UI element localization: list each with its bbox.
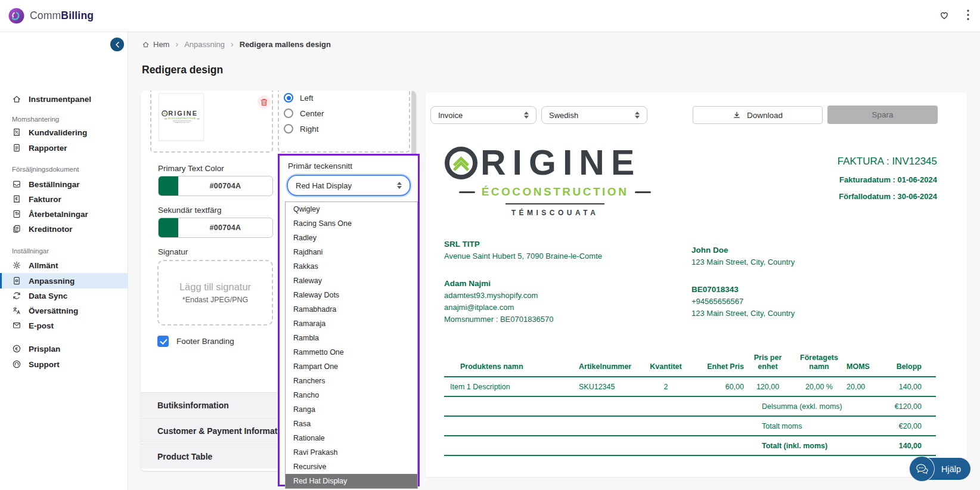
sidebar-section-forsaljningsdokument: Försäljningsdokument — [12, 166, 79, 173]
font-option[interactable]: Ranchers — [286, 374, 417, 388]
font-option[interactable]: Raleway — [286, 274, 417, 288]
trash-icon — [260, 98, 268, 106]
seller-vat: Momsnummer : BE0701836570 — [444, 315, 602, 324]
secondary-color-input[interactable]: #00704A — [158, 218, 273, 238]
top-header: CommBilling — [0, 0, 980, 32]
sidebar-item-kundvalidering[interactable]: Kundvalidering — [0, 125, 128, 140]
chat-icon — [909, 456, 935, 482]
secondary-color-swatch[interactable] — [159, 218, 178, 237]
sidebar-item-support[interactable]: Support — [0, 356, 128, 372]
radio-center[interactable] — [284, 108, 293, 118]
product-table: Produktens namn Artikelnummer Kvantitet … — [444, 353, 936, 456]
table-divider — [444, 455, 936, 456]
font-option[interactable]: Recursive — [286, 460, 417, 474]
primary-color-swatch[interactable] — [159, 176, 178, 196]
font-option[interactable]: Rasa — [286, 417, 417, 431]
mail-icon — [12, 321, 21, 330]
font-option[interactable]: Raleway Dots — [286, 288, 417, 302]
align-center-option[interactable]: Center — [284, 108, 324, 118]
more-menu-icon[interactable] — [967, 10, 969, 20]
breadcrumb-anpassning[interactable]: Anpassning — [184, 40, 225, 49]
font-picker-panel: Primär teckensnitt Red Hat Display Qwigl… — [278, 154, 420, 486]
sidebar-collapse-button[interactable] — [110, 38, 124, 51]
uploaded-logo-thumbnail[interactable]: RIGINE ÉCOCONSTRUCTION TÉMISCOUATA — [159, 93, 204, 141]
sidebar-item-fakturor[interactable]: Fakturor — [0, 191, 128, 207]
align-left-option[interactable]: Left — [284, 93, 314, 103]
radio-right[interactable] — [284, 124, 293, 134]
footer-branding-checkbox[interactable] — [157, 336, 169, 347]
signature-label: Signatur — [158, 247, 188, 256]
document-type-select[interactable]: Invoice — [430, 106, 536, 124]
font-option[interactable]: Rationale — [286, 431, 417, 445]
sidebar-item-allmant[interactable]: Allmänt — [0, 258, 128, 273]
sidebar-section-momshantering: Momshantering — [12, 116, 59, 123]
table-divider — [444, 435, 936, 436]
breadcrumb: Hem › Anpassning › Redigera mallens desi… — [142, 39, 331, 49]
sidebar-item-kreditnotor[interactable]: Kreditnotor — [0, 221, 128, 237]
sync-icon — [12, 291, 21, 300]
origine-logo-small: RIGINE ÉCOCONSTRUCTION TÉMISCOUATA — [162, 110, 203, 123]
font-option[interactable]: Ranga — [286, 402, 417, 417]
radio-left[interactable] — [284, 93, 293, 103]
font-select[interactable]: Red Hat Display — [287, 175, 411, 196]
font-option[interactable]: Rajdhani — [286, 245, 417, 259]
download-button[interactable]: Download — [693, 106, 823, 124]
font-option[interactable]: Rambla — [286, 331, 417, 345]
font-option[interactable]: Radley — [286, 231, 417, 245]
logo-dash — [459, 191, 475, 193]
font-option[interactable]: Ramaraja — [286, 317, 417, 331]
delete-logo-button[interactable] — [258, 95, 271, 108]
select-arrows-icon — [635, 111, 640, 119]
origine-o-icon — [162, 110, 168, 117]
breadcrumb-home[interactable]: Hem — [142, 40, 169, 49]
font-option-selected[interactable]: Red Hat Display — [286, 474, 417, 488]
seller-company: SRL TITP — [444, 240, 602, 249]
seller-website: adamtest93.myshopify.com — [444, 291, 602, 300]
app-window: CommBilling Instrumentpanel Momshanterin… — [0, 0, 980, 490]
sidebar-section-installningar: Inställningar — [12, 247, 49, 255]
align-right-option[interactable]: Right — [284, 124, 319, 134]
editor-scrollbar-thumb[interactable] — [411, 91, 416, 157]
save-button[interactable]: Spara — [827, 106, 938, 124]
font-option[interactable]: Rammetto One — [286, 345, 417, 359]
primary-color-input[interactable]: #00704A — [158, 176, 273, 196]
help-label: Hjälp — [941, 464, 961, 474]
font-option[interactable]: Rampart One — [286, 359, 417, 374]
help-button[interactable]: Hjälp — [911, 458, 970, 480]
origine-logo: RIGINE ÉCOCONSTRUCTION TÉMISCOUATA — [444, 146, 666, 217]
sidebar-item-prisplan[interactable]: Prisplan — [0, 341, 128, 356]
sidebar-item-aterbetalningar[interactable]: Återbetalningar — [0, 206, 128, 222]
invoice-header-block: FAKTURA : INV12345 Fakturadatum : 01-06-… — [838, 156, 937, 201]
font-option[interactable]: Racing Sans One — [286, 216, 417, 231]
origine-o-icon — [444, 146, 478, 180]
orders-icon — [12, 179, 21, 189]
sidebar-item-bestallningar[interactable]: Beställningar — [0, 176, 128, 192]
customize-icon — [12, 276, 21, 286]
sidebar-item-anpassning[interactable]: Anpassning — [0, 273, 128, 289]
language-select[interactable]: Swedish — [541, 106, 647, 124]
subtotal-row: Delsumma (exkl. moms) €120,00 — [444, 402, 936, 411]
customer-vat: BE07018343 — [691, 285, 795, 294]
sidebar-item-data-sync[interactable]: Data Sync — [0, 288, 128, 303]
font-option[interactable]: Qwigley — [286, 202, 417, 216]
logo-underline — [505, 203, 604, 204]
font-option[interactable]: Rakkas — [286, 259, 417, 274]
font-picker-label: Primär teckensnitt — [288, 162, 418, 170]
invoice-euro-icon — [12, 194, 21, 204]
sidebar-item-rapporter[interactable]: Rapporter — [0, 140, 128, 156]
secondary-color-label: Sekundär textfärg — [158, 206, 222, 215]
sidebar-item-epost[interactable]: E-post — [0, 318, 128, 333]
breadcrumb-separator: › — [175, 39, 178, 49]
favorite-icon[interactable] — [938, 9, 950, 21]
refund-icon — [12, 209, 21, 219]
breadcrumb-current: Redigera mallens design — [240, 40, 331, 49]
sidebar-item-oversattning[interactable]: Översättning — [0, 303, 128, 318]
font-option[interactable]: Ravi Prakash — [286, 445, 417, 460]
font-option[interactable]: Rancho — [286, 388, 417, 402]
font-option[interactable]: Ramabhadra — [286, 302, 417, 317]
signature-upload-dropzone[interactable]: Lägg till signatur *Endast JPEG/PNG — [157, 260, 273, 325]
table-divider — [444, 415, 936, 417]
select-arrows-icon — [524, 111, 529, 119]
sidebar-item-instrumentpanel[interactable]: Instrumentpanel — [0, 91, 128, 107]
receipt-percent-icon — [12, 128, 21, 137]
